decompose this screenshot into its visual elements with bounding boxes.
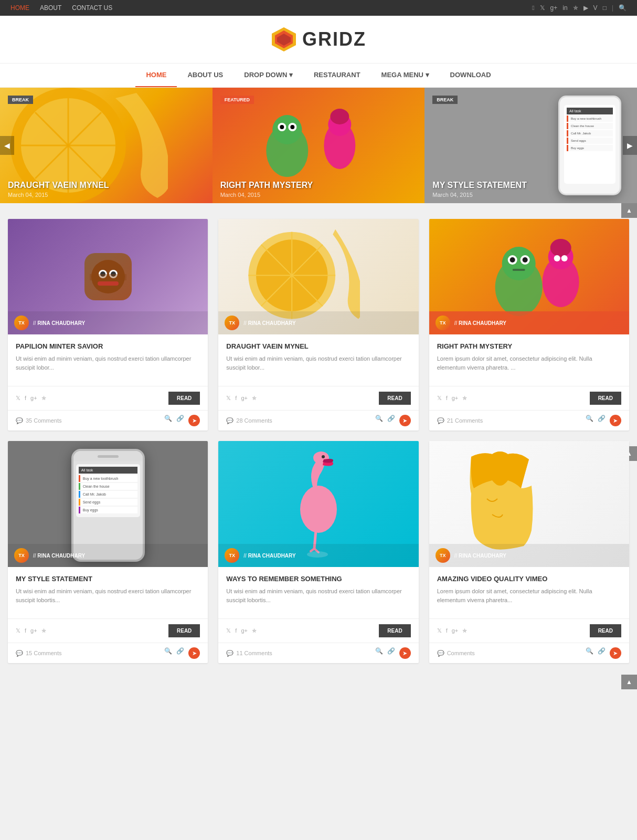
card-footer-style: 💬 15 Comments 🔍 🔗 ➤	[8, 643, 208, 663]
nav-restaurant[interactable]: RESTAURANT	[303, 64, 371, 87]
nav-dropdown[interactable]: DROP DOWN ▾	[233, 64, 303, 87]
card-excerpt-style: Ut wisi enim ad minim veniam, quis nostr…	[16, 587, 200, 604]
vimeo-icon[interactable]: V	[593, 4, 598, 12]
facebook-icon-draught[interactable]: f	[235, 395, 237, 402]
grid-row-1: TX RINA CHAUDHARY PAPILION MINTER SAVIOR…	[8, 219, 629, 430]
share-icon-draught[interactable]: ➤	[399, 415, 411, 426]
link-icon-draught[interactable]: 🔗	[387, 415, 395, 426]
share-icon-vimeo[interactable]: ➤	[610, 647, 621, 659]
read-button-flamingo[interactable]: READ	[379, 624, 410, 637]
gplus-icon-papilion[interactable]: g+	[30, 395, 37, 402]
pinterest-icon-vimeo[interactable]: ✯	[462, 627, 467, 634]
hero-date-2: March 04, 2015	[220, 192, 260, 198]
nav-about-us[interactable]: ABOUT US	[177, 64, 233, 87]
logo[interactable]: GRIDZ	[271, 26, 366, 52]
zoom-icon-vimeo[interactable]: 🔍	[586, 647, 593, 659]
youtube-icon[interactable]: ▶	[583, 4, 588, 12]
read-button-style[interactable]: READ	[168, 624, 200, 637]
facebook-icon[interactable]: 	[532, 4, 534, 12]
share-icon-style[interactable]: ➤	[188, 647, 200, 659]
pinterest-icon-papilion[interactable]: ✯	[41, 395, 46, 402]
zoom-icon-style[interactable]: 🔍	[164, 647, 172, 659]
svg-point-17	[330, 109, 349, 124]
card-footer-rightpath: 💬 21 Comments 🔍 🔗 ➤	[429, 410, 629, 430]
pinterest-icon-flamingo[interactable]: ✯	[252, 627, 257, 634]
hero-prev-button[interactable]: ◀	[0, 136, 14, 155]
share-icon-flamingo[interactable]: ➤	[399, 647, 411, 659]
twitter-icon-style[interactable]: 𝕏	[16, 627, 20, 634]
twitter-icon-papilion[interactable]: 𝕏	[16, 395, 20, 402]
twitter-icon-flamingo[interactable]: 𝕏	[226, 627, 231, 634]
pinterest-icon[interactable]: ✯	[573, 4, 578, 12]
pinterest-icon-rightpath[interactable]: ✯	[462, 395, 467, 402]
comments-style: 💬 15 Comments	[16, 650, 61, 657]
share-icon-papilion[interactable]: ➤	[188, 415, 200, 426]
svg-point-13	[280, 125, 284, 129]
link-icon-rightpath[interactable]: 🔗	[598, 415, 606, 426]
nav-home[interactable]: HOME	[135, 64, 177, 87]
link-icon-vimeo[interactable]: 🔗	[598, 647, 606, 659]
gplus-icon-draught[interactable]: g+	[241, 395, 248, 402]
avatar-flamingo: TX	[225, 548, 239, 563]
twitter-icon[interactable]: 𝕏	[540, 4, 545, 12]
card-title-flamingo: WAYS TO REMEMBER SOMETHING	[226, 575, 410, 583]
facebook-icon-style[interactable]: f	[25, 627, 26, 634]
facebook-icon-vimeo[interactable]: f	[446, 627, 448, 634]
gplus-icon-rightpath[interactable]: g+	[452, 395, 459, 402]
author-bar-draught: TX RINA CHAUDHARY	[218, 311, 418, 334]
gplus-icon-style[interactable]: g+	[30, 627, 37, 634]
avatar-draught: TX	[225, 316, 239, 330]
svg-point-40	[550, 239, 571, 257]
zoom-icon-flamingo[interactable]: 🔍	[375, 647, 383, 659]
read-button-vimeo[interactable]: READ	[590, 624, 621, 637]
zoom-icon-draught[interactable]: 🔍	[375, 415, 383, 426]
gplus-icon-vimeo[interactable]: g+	[452, 627, 459, 634]
social-icons-vimeo: 𝕏 f g+ ✯	[437, 627, 468, 634]
twitter-icon-draught[interactable]: 𝕏	[226, 395, 231, 402]
twitter-icon-vimeo[interactable]: 𝕏	[437, 627, 442, 634]
zoom-icon-rightpath[interactable]: 🔍	[586, 415, 593, 426]
read-button-draught[interactable]: READ	[379, 392, 410, 405]
link-icon-style[interactable]: 🔗	[176, 647, 184, 659]
avatar-style: TX	[14, 548, 29, 563]
hero-slide-3: All task Buy a new toothbrush Clean the …	[424, 88, 637, 203]
footer-icons-papilion: 🔍 🔗 ➤	[164, 415, 200, 426]
avatar-vimeo: TX	[436, 548, 450, 563]
comment-icon-vimeo: 💬	[437, 650, 444, 657]
link-icon-papilion[interactable]: 🔗	[176, 415, 184, 426]
scroll-top-1[interactable]: ▲	[621, 203, 637, 218]
hero-slide-1: BREAK DRAUGHT VAEIN MYNEL March 04, 2015	[0, 88, 213, 203]
top-nav-about[interactable]: ABOUT	[40, 4, 61, 12]
author-bar-style: TX RINA CHAUDHARY	[8, 544, 208, 567]
twitter-icon-rightpath[interactable]: 𝕏	[437, 395, 442, 402]
card-image-flamingo: TX RINA CHAUDHARY	[218, 441, 418, 567]
pinterest-icon-draught[interactable]: ✯	[252, 395, 257, 402]
instagram-icon[interactable]: □	[603, 4, 607, 12]
card-title-draught: DRAUGHT VAEIN MYNEL	[226, 342, 410, 350]
link-icon-flamingo[interactable]: 🔗	[387, 647, 395, 659]
nav-download[interactable]: DOWNLOAD	[440, 64, 502, 87]
top-nav-home[interactable]: HOME	[10, 4, 29, 12]
card-video-vimeo: TX RINA CHAUDHARY AMAZING VIDEO QUALITY …	[429, 441, 629, 663]
hero-date-3: March 04, 2015	[432, 192, 472, 198]
divider: |	[612, 4, 613, 12]
gplus-icon-flamingo[interactable]: g+	[241, 627, 248, 634]
linkedin-icon[interactable]: in	[562, 4, 567, 12]
nav-mega-menu[interactable]: MEGA MENU ▾	[371, 64, 440, 87]
svg-rect-37	[512, 269, 525, 271]
top-nav-contact[interactable]: CONTACT US	[72, 4, 112, 12]
search-icon[interactable]: 🔍	[619, 4, 627, 12]
read-button-rightpath[interactable]: READ	[590, 392, 621, 405]
scroll-top-3[interactable]: ▲	[621, 675, 637, 689]
facebook-icon-rightpath[interactable]: f	[446, 395, 448, 402]
gplus-icon[interactable]: g+	[550, 4, 558, 12]
facebook-icon-papilion[interactable]: f	[25, 395, 26, 402]
author-bar-flamingo: TX RINA CHAUDHARY	[218, 544, 418, 567]
read-button-papilion[interactable]: READ	[168, 392, 200, 405]
hero-next-button[interactable]: ▶	[623, 136, 637, 155]
zoom-icon-papilion[interactable]: 🔍	[164, 415, 172, 426]
pinterest-icon-style[interactable]: ✯	[41, 627, 46, 634]
hero-badge-3: BREAK	[432, 96, 458, 104]
facebook-icon-flamingo[interactable]: f	[235, 627, 237, 634]
share-icon-rightpath[interactable]: ➤	[610, 415, 621, 426]
